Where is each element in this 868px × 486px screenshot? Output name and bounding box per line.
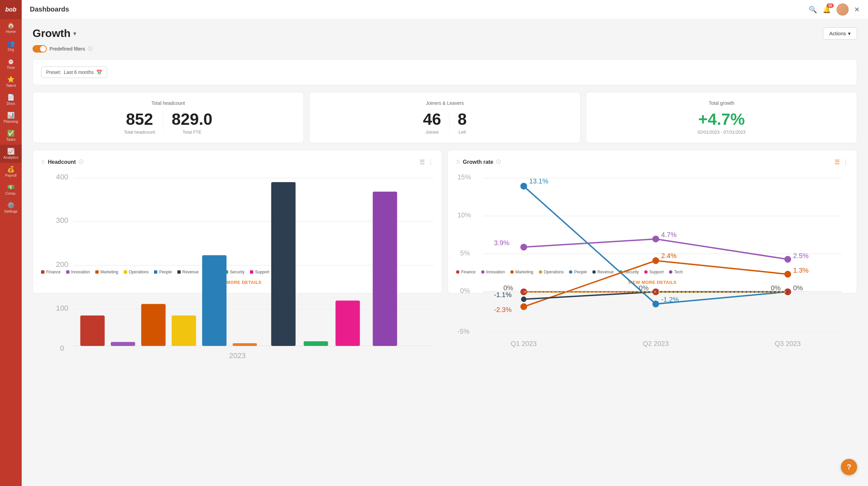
search-icon[interactable]: 🔍 [809, 5, 817, 14]
svg-rect-17 [304, 341, 328, 346]
sidebar-item-analytics[interactable]: 📈 Analytics [0, 145, 22, 163]
svg-text:0%: 0% [639, 284, 649, 292]
svg-text:-1.1%: -1.1% [494, 291, 512, 298]
svg-rect-15 [271, 182, 296, 346]
sidebar-item-payroll[interactable]: 💰 Payroll [0, 163, 22, 181]
svg-point-40 [652, 236, 659, 242]
sidebar-item-label: Planning [4, 119, 18, 123]
stat-growth-date: 02/01/2023 - 07/31/2023 [697, 130, 746, 135]
app-logo[interactable]: bob [0, 0, 22, 19]
sidebar-item-label: Comp. [5, 191, 16, 195]
growth-line-chart: 15% 10% 5% 0% -5% Q1 2023 Q2 2023 [456, 171, 849, 266]
actions-button[interactable]: Actions ▾ [823, 27, 857, 40]
stat-title-headcount: Total headcount [41, 100, 295, 106]
stat-number-growth: +4.7% [697, 111, 746, 128]
svg-text:Q3 2023: Q3 2023 [775, 340, 801, 347]
svg-text:-1.2%: -1.2% [661, 296, 679, 303]
sidebar-item-docs[interactable]: 📄 Docs [0, 91, 22, 109]
growth-title-wrap: ⠿ Growth rate ⓘ [456, 159, 501, 166]
sidebar-item-label: Settings [4, 209, 18, 213]
sidebar-item-time[interactable]: ⏰ Time [0, 55, 22, 73]
growth-filter-icon[interactable]: ☰ [834, 158, 840, 166]
headcount-more-icon[interactable]: ⋮ [428, 158, 434, 166]
svg-point-45 [520, 303, 527, 310]
stats-row: Total headcount 852 Total headcount 829.… [33, 92, 857, 143]
stat-number-left: 8 [458, 111, 467, 128]
stat-number-joined: 46 [423, 111, 441, 128]
svg-text:Q1 2023: Q1 2023 [511, 340, 537, 347]
stat-card-headcount: Total headcount 852 Total headcount 829.… [33, 92, 304, 143]
sidebar-item-label: Analytics [3, 155, 18, 159]
growth-chart-title: Growth rate [463, 159, 493, 165]
actions-label: Actions [829, 31, 846, 36]
svg-rect-18 [335, 300, 360, 346]
svg-text:10%: 10% [457, 211, 471, 219]
growth-drag-handle[interactable]: ⠿ [456, 159, 460, 166]
sidebar-item-label: Org [8, 47, 14, 52]
stat-sub-headcount: Total headcount [124, 130, 155, 135]
headcount-info-icon[interactable]: ⓘ [79, 159, 83, 165]
svg-text:4.7%: 4.7% [661, 231, 677, 238]
growth-info-icon[interactable]: ⓘ [496, 159, 501, 165]
sidebar-item-home[interactable]: 🏠 Home [0, 19, 22, 37]
sidebar-item-settings[interactable]: ⚙️ Settings [0, 199, 22, 217]
stat-sub-left: Left [458, 130, 467, 135]
sidebar-item-org[interactable]: 👥 Org [0, 37, 22, 55]
headcount-drag-handle[interactable]: ⠿ [41, 159, 45, 166]
preset-button[interactable]: Preset: Last 6 months 📅 [41, 66, 107, 78]
charts-row: ⠿ Headcount ⓘ ☰ ⋮ 400 300 200 [33, 150, 857, 293]
home-icon: 🏠 [7, 22, 15, 28]
headcount-filter-icon[interactable]: ☰ [419, 158, 425, 166]
svg-text:13.1%: 13.1% [529, 177, 549, 185]
stat-values-growth: +4.7% 02/01/2023 - 07/31/2023 [594, 111, 849, 135]
payroll-icon: 💰 [7, 166, 15, 172]
page-title-wrap: Growth ▾ [33, 27, 76, 40]
growth-more-icon[interactable]: ⋮ [843, 158, 849, 166]
planning-icon: 📊 [7, 112, 15, 118]
svg-point-34 [520, 183, 527, 190]
stat-joined: 46 Joined [423, 111, 441, 135]
headcount-chart-actions: ☰ ⋮ [419, 158, 434, 166]
sidebar-item-comp[interactable]: 💵 Comp. [0, 181, 22, 199]
svg-point-54 [521, 296, 527, 302]
filter-info-icon[interactable]: ⓘ [88, 46, 93, 52]
svg-point-35 [652, 300, 659, 307]
svg-text:0%: 0% [460, 287, 470, 294]
svg-rect-13 [172, 315, 196, 346]
calendar-icon: 📅 [96, 70, 102, 75]
stat-sub-fte: Total FTE [172, 130, 212, 135]
svg-text:2.5%: 2.5% [793, 252, 809, 259]
title-dropdown-icon[interactable]: ▾ [73, 30, 76, 37]
notification-icon[interactable]: 🔔 59 [823, 5, 831, 14]
sidebar-item-label: Home [6, 30, 16, 34]
sidebar-item-label: Docs [6, 101, 15, 105]
svg-text:-5%: -5% [457, 328, 470, 335]
stat-number-headcount: 852 [124, 111, 155, 128]
filter-bar: Predefined filters ⓘ [33, 45, 857, 53]
svg-point-46 [652, 257, 659, 264]
sidebar-item-planning[interactable]: 📊 Planning [0, 109, 22, 127]
toggle-wrap: Predefined filters ⓘ [33, 45, 93, 53]
svg-text:200: 200 [56, 260, 68, 269]
svg-rect-19 [373, 192, 397, 346]
stat-divider-2 [449, 113, 450, 133]
stat-title-growth: Total growth [594, 100, 849, 106]
predefined-filters-toggle[interactable] [33, 45, 47, 53]
stat-divider [163, 113, 163, 133]
svg-text:100: 100 [56, 304, 68, 312]
svg-text:1.3%: 1.3% [793, 267, 809, 274]
sidebar-item-talent[interactable]: ⭐ Talent [0, 73, 22, 91]
stat-card-growth: Total growth +4.7% 02/01/2023 - 07/31/20… [586, 92, 857, 143]
sidebar-item-tasks[interactable]: ✅ Tasks [0, 127, 22, 145]
svg-text:5%: 5% [460, 249, 470, 257]
svg-text:2.4%: 2.4% [661, 252, 677, 259]
avatar[interactable] [836, 3, 849, 16]
actions-arrow-icon: ▾ [848, 31, 851, 37]
page-content: Growth ▾ Actions ▾ Predefined filters ⓘ … [22, 19, 868, 486]
growth-chart-header: ⠿ Growth rate ⓘ ☰ ⋮ [456, 158, 849, 166]
analytics-icon: 📈 [7, 148, 15, 154]
expand-icon[interactable]: ✕ [854, 5, 860, 14]
svg-text:2023: 2023 [229, 351, 246, 360]
help-button[interactable]: ? [841, 459, 857, 475]
time-icon: ⏰ [7, 58, 15, 64]
